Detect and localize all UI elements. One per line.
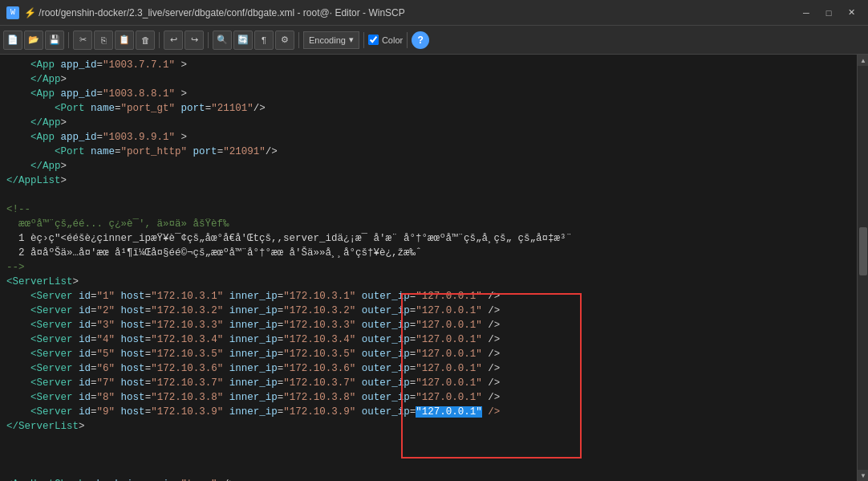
code-line: <!-- (6, 202, 850, 217)
encoding-dropdown[interactable]: Encoding ▾ (303, 31, 359, 49)
color-checkbox[interactable] (368, 35, 379, 45)
save-button[interactable]: 💾 (45, 31, 64, 50)
vertical-scrollbar[interactable]: ▲ ▼ (857, 55, 868, 481)
separator-6 (407, 32, 408, 48)
editor-wrapper: <App app_id="1003.7.7.1" > </App> <App a… (0, 55, 857, 481)
code-line: 1 èç›ç"<ééšè¿çinner_ipæŸ¥è¯¢çš„åœ°å€å'Œt… (6, 231, 850, 246)
separator-2 (159, 32, 160, 48)
code-line: <Port name="port_gt" port="21101"/> (6, 101, 850, 116)
code-line: <AppHostCheck check_inner_ip="true" /> (6, 477, 850, 481)
help-button[interactable]: ? (412, 31, 429, 49)
code-line: </ServerList> (6, 419, 850, 434)
scroll-down-button[interactable]: ▼ (858, 470, 868, 481)
code-line: 2 å¤åºŠä»…å¤'æœ å¹¶ï¼Œå¤§éé©¬çš„æœºå™¨å°… (6, 246, 850, 260)
minimize-button[interactable]: ─ (796, 5, 817, 21)
open-button[interactable]: 📂 (24, 31, 43, 50)
toolbar: 📄 📂 💾 ✂ ⎘ 📋 🗑 ↩ ↪ 🔍 🔄 ¶ ⚙ Encoding ▾ Col… (0, 26, 868, 55)
title-bar-left: W ⚡ /root/genshin-docker/2.3_live/server… (6, 6, 405, 19)
scroll-up-button[interactable]: ▲ (858, 55, 868, 66)
code-line: <Server id="4" host="172.10.3.4" inner_i… (6, 332, 850, 347)
code-line (6, 188, 850, 202)
title-text: ⚡ /root/genshin-docker/2.3_live/server/d… (24, 7, 405, 18)
editor-container: <App app_id="1003.7.7.1" > </App> <App a… (0, 55, 868, 481)
scroll-track[interactable] (858, 66, 868, 470)
code-line: <Server id="7" host="172.10.3.7" inner_i… (6, 376, 850, 390)
copy-button[interactable]: ⎘ (94, 31, 113, 50)
find-button[interactable]: 🔍 (213, 31, 232, 50)
code-line: <ServerList> (6, 275, 850, 289)
encoding-dropdown-arrow: ▾ (349, 35, 354, 45)
code-line: </App> (6, 159, 850, 173)
new-button[interactable]: 📄 (3, 31, 22, 50)
code-line: <App app_id="1003.7.7.1" > (6, 58, 850, 72)
separator-3 (208, 32, 209, 48)
code-line: <App app_id="1003.8.8.1" > (6, 87, 850, 101)
scroll-thumb[interactable] (859, 227, 867, 275)
code-line: <Server id="5" host="172.10.3.5" inner_i… (6, 347, 850, 361)
separator-1 (68, 32, 69, 48)
code-area[interactable]: <App app_id="1003.7.7.1" > </App> <App a… (0, 55, 857, 481)
code-line: <Server id="8" host="172.10.3.8" inner_i… (6, 390, 850, 405)
encoding-label: Encoding (309, 35, 346, 45)
code-line: </AppList> (6, 173, 850, 188)
replace-button[interactable]: 🔄 (233, 31, 253, 50)
code-line (6, 448, 850, 463)
code-line: æœºå™¨çš„éé... ç¿»è¯', ä»¤ä» åšŸèf‰ (6, 217, 850, 231)
close-button[interactable]: ✕ (841, 5, 862, 21)
code-line: <Server id="6" host="172.10.3.6" inner_i… (6, 361, 850, 376)
code-line: <Server id="9" host="172.10.3.9" inner_i… (6, 405, 850, 481)
title-bar: W ⚡ /root/genshin-docker/2.3_live/server… (0, 0, 868, 26)
settings-button[interactable]: ⚙ (275, 31, 294, 50)
code-line: <Server id="3" host="172.10.3.3" inner_i… (6, 318, 850, 332)
code-line: <Server id="1" host="172.10.3.1" inner_i… (6, 289, 850, 304)
window-controls: ─ □ ✕ (796, 5, 862, 21)
color-label: Color (382, 35, 403, 45)
code-line: <Port name="port_http" port="21091"/> (6, 145, 850, 159)
redo-button[interactable]: ↪ (185, 31, 204, 50)
code-line: <Server id="2" host="172.10.3.2" inner_i… (6, 304, 850, 318)
maximize-button[interactable]: □ (818, 5, 839, 21)
code-line: </App> (6, 72, 850, 87)
app-icon: W (6, 6, 19, 19)
color-checkbox-label[interactable]: Color (368, 35, 403, 45)
separator-5 (363, 32, 364, 48)
cut-button[interactable]: ✂ (73, 31, 92, 50)
delete-button[interactable]: 🗑 (136, 31, 155, 50)
code-line: --> (6, 260, 850, 275)
code-line: <App app_id="1003.9.9.1" > (6, 130, 850, 145)
format-button[interactable]: ¶ (254, 31, 274, 50)
paste-button[interactable]: 📋 (115, 31, 134, 50)
separator-4 (298, 32, 299, 48)
code-line: </App> (6, 116, 850, 130)
undo-button[interactable]: ↩ (164, 31, 183, 50)
